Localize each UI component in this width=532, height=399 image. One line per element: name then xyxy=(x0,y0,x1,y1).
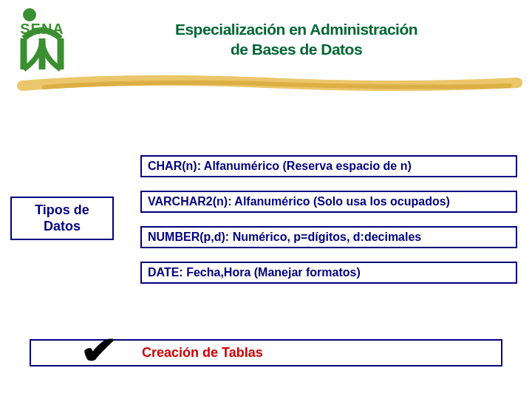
brush-underline-icon xyxy=(0,72,532,93)
logo: SENA xyxy=(9,6,75,75)
datatype-box: CHAR(n): Alfanumérico (Reserva espacio d… xyxy=(140,155,517,177)
side-label-line1: Tipos de xyxy=(35,202,89,217)
side-label-box: Tipos de Datos xyxy=(10,197,114,240)
datatype-box: DATE: Fecha,Hora (Manejar formatos) xyxy=(140,262,517,284)
title-line1: Especialización en Administración xyxy=(175,21,417,38)
sena-logo-icon: SENA xyxy=(9,6,75,72)
checkmark-icon: ✔ xyxy=(80,328,119,372)
footer-label: Creación de Tablas xyxy=(142,345,263,360)
datatype-boxes: CHAR(n): Alfanumérico (Reserva espacio d… xyxy=(140,155,517,297)
datatype-box: NUMBER(p,d): Numérico, p=dígitos, d:deci… xyxy=(140,226,517,248)
side-label-line2: Datos xyxy=(44,219,81,233)
datatype-box: VARCHAR2(n): Alfanumérico (Solo usa los … xyxy=(140,191,517,213)
page-title: Especialización en Administración de Bas… xyxy=(75,19,517,60)
title-line2: de Bases de Datos xyxy=(231,41,362,58)
svg-point-0 xyxy=(23,8,36,21)
title-container: Especialización en Administración de Bas… xyxy=(75,6,517,60)
slide-header: SENA Especialización en Administración d… xyxy=(0,0,532,75)
